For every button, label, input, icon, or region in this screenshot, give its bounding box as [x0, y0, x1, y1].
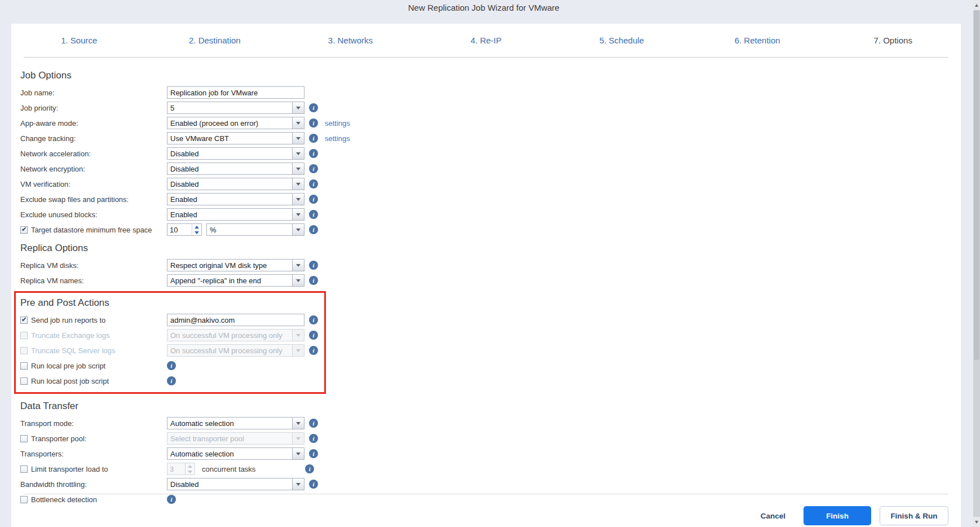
info-icon[interactable]: i	[309, 276, 318, 285]
info-icon[interactable]: i	[305, 464, 314, 473]
chevron-down-icon[interactable]	[292, 194, 304, 205]
chevron-down-icon[interactable]	[292, 163, 304, 174]
info-icon[interactable]: i	[309, 195, 318, 204]
info-icon[interactable]: i	[309, 346, 318, 355]
exclude-unused-label: Exclude unused blocks:	[20, 210, 167, 219]
tab-destination[interactable]: 2. Destination	[147, 36, 283, 45]
info-icon[interactable]: i	[167, 361, 176, 370]
app-aware-select[interactable]: Enabled (proceed on error)	[167, 117, 304, 129]
bandwidth-throttling-value: Disabled	[167, 480, 292, 489]
spinner-up-icon[interactable]	[192, 224, 201, 230]
job-priority-value: 5	[167, 104, 292, 112]
transporter-pool-label: Transporter pool:	[31, 434, 87, 443]
tab-source[interactable]: 1. Source	[11, 36, 147, 45]
info-icon[interactable]: i	[167, 495, 176, 504]
info-icon[interactable]: i	[309, 118, 318, 128]
change-tracking-settings-link[interactable]: settings	[325, 134, 350, 143]
info-icon[interactable]: i	[309, 225, 318, 234]
info-icon[interactable]: i	[309, 134, 318, 143]
network-acceleration-select[interactable]: Disabled	[167, 147, 304, 160]
target-datastore-label: Target datastore minimum free space	[31, 226, 152, 234]
info-icon[interactable]: i	[309, 315, 318, 324]
chevron-down-icon[interactable]	[292, 133, 304, 144]
tab-schedule[interactable]: 5. Schedule	[554, 36, 690, 45]
info-icon[interactable]: i	[309, 149, 318, 158]
chevron-down-icon[interactable]	[292, 478, 304, 490]
truncate-sql-checkbox: ✔	[20, 347, 28, 354]
transporter-pool-checkbox[interactable]: ✔	[20, 435, 28, 442]
tab-networks[interactable]: 3. Networks	[282, 36, 418, 45]
scrollbar-thumb[interactable]	[974, 10, 979, 360]
info-icon[interactable]: i	[309, 480, 318, 489]
info-icon[interactable]: i	[309, 261, 318, 270]
scrollbar[interactable]	[973, 0, 980, 527]
vm-verification-value: Disabled	[167, 180, 292, 188]
tab-re-ip[interactable]: 4. Re-IP	[418, 36, 554, 45]
row-transporters: Transporters: Automatic selection i	[20, 447, 961, 460]
info-icon[interactable]: i	[309, 210, 318, 219]
exclude-swap-label: Exclude swap files and partitions:	[20, 195, 167, 204]
row-transporter-pool: ✔ Transporter pool: Select transporter p…	[20, 432, 961, 445]
scroll-down-icon[interactable]	[973, 517, 980, 527]
tab-options[interactable]: 7. Options	[825, 36, 961, 45]
change-tracking-select[interactable]: Use VMware CBT	[167, 132, 304, 144]
chevron-down-icon	[292, 330, 304, 341]
bottleneck-detection-checkbox[interactable]: ✔	[20, 496, 28, 503]
transport-mode-select[interactable]: Automatic selection	[167, 417, 304, 429]
chevron-down-icon[interactable]	[292, 178, 304, 190]
info-icon[interactable]: i	[309, 164, 318, 173]
chevron-down-icon[interactable]	[292, 102, 304, 113]
truncate-exchange-label: Truncate Exchange logs	[31, 331, 110, 340]
transporters-select[interactable]: Automatic selection	[167, 447, 304, 460]
row-network-acceleration: Network acceleration: Disabled i	[20, 147, 961, 160]
chevron-down-icon[interactable]	[292, 275, 304, 286]
chevron-down-icon[interactable]	[292, 209, 304, 220]
replica-vm-disks-select[interactable]: Respect original VM disk type	[167, 259, 304, 271]
job-name-input[interactable]	[167, 86, 304, 99]
send-reports-checkbox[interactable]: ✔	[20, 317, 28, 324]
chevron-down-icon[interactable]	[292, 260, 304, 271]
job-priority-select[interactable]: 5	[167, 102, 304, 114]
row-run-post-script: ✔ Run local post job script i	[20, 375, 324, 387]
section-job-options: Job Options	[20, 70, 961, 81]
vm-verification-select[interactable]: Disabled	[167, 178, 304, 190]
app-aware-settings-link[interactable]: settings	[325, 119, 350, 128]
info-icon[interactable]: i	[309, 331, 318, 340]
chevron-down-icon	[292, 433, 304, 444]
finish-button[interactable]: Finish	[804, 506, 871, 525]
run-post-script-checkbox[interactable]: ✔	[20, 377, 28, 385]
tab-retention[interactable]: 6. Retention	[690, 36, 826, 45]
chevron-down-icon[interactable]	[292, 448, 304, 459]
target-datastore-unit-select[interactable]: %	[206, 223, 304, 236]
row-job-priority: Job priority: 5 i	[20, 102, 961, 114]
exclude-swap-select[interactable]: Enabled	[167, 193, 304, 205]
info-icon[interactable]: i	[309, 449, 318, 458]
exclude-unused-select[interactable]: Enabled	[167, 208, 304, 221]
limit-load-suffix: concurrent tasks	[202, 465, 255, 473]
send-reports-email-input[interactable]	[167, 314, 304, 326]
scroll-up-icon[interactable]	[973, 0, 980, 10]
info-icon[interactable]: i	[309, 434, 318, 443]
target-datastore-checkbox[interactable]: ✔	[20, 226, 28, 234]
replica-vm-names-select[interactable]: Append "-replica" in the end	[167, 274, 304, 287]
chevron-down-icon[interactable]	[292, 148, 304, 159]
spinner-down-icon	[186, 469, 195, 475]
run-pre-script-checkbox[interactable]: ✔	[20, 362, 28, 370]
truncate-sql-label: Truncate SQL Server logs	[31, 346, 115, 355]
finish-and-run-button[interactable]: Finish & Run	[880, 506, 948, 525]
info-icon[interactable]: i	[309, 419, 318, 428]
chevron-down-icon[interactable]	[292, 418, 304, 429]
spinner-down-icon[interactable]	[192, 230, 201, 235]
chevron-down-icon[interactable]	[292, 117, 304, 129]
row-limit-load: ✔ Limit transporter load to 3 concurrent…	[20, 463, 961, 475]
info-icon[interactable]: i	[309, 179, 318, 188]
cancel-button[interactable]: Cancel	[751, 506, 796, 525]
bandwidth-throttling-select[interactable]: Disabled	[167, 478, 304, 490]
info-icon[interactable]: i	[309, 103, 318, 112]
info-icon[interactable]: i	[167, 376, 176, 385]
network-encryption-select[interactable]: Disabled	[167, 163, 304, 175]
row-exclude-swap: Exclude swap files and partitions: Enabl…	[20, 193, 961, 205]
limit-load-checkbox[interactable]: ✔	[20, 465, 28, 473]
chevron-down-icon[interactable]	[292, 224, 304, 235]
target-datastore-spinner[interactable]: 10	[167, 223, 202, 236]
